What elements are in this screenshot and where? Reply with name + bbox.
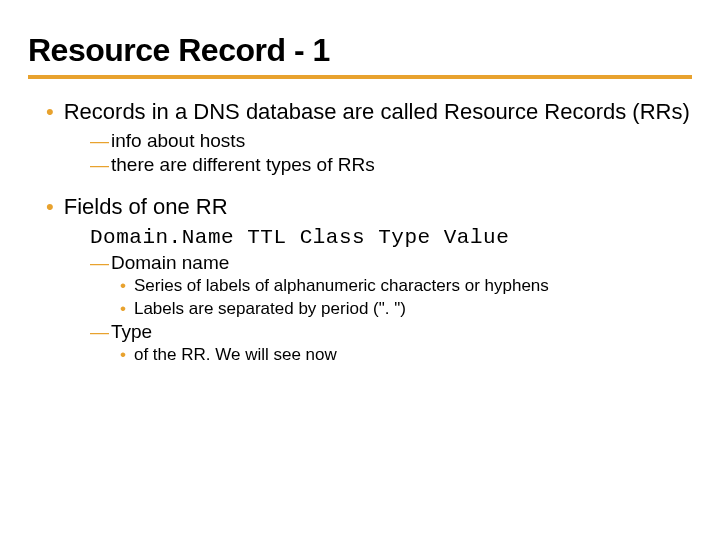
bullet-level3: • Labels are separated by period (". ") xyxy=(120,298,692,320)
bullet-text: of the RR. We will see now xyxy=(134,344,337,366)
dash-icon: — xyxy=(90,321,109,342)
dash-icon: — xyxy=(90,154,109,175)
slide-title: Resource Record - 1 xyxy=(28,32,692,79)
bullet-text: Labels are separated by period (". ") xyxy=(134,298,406,320)
bullet-text: Series of labels of alphanumeric charact… xyxy=(134,275,549,297)
bullet-text: Domain name xyxy=(111,252,229,273)
bullet-text: info about hosts xyxy=(111,130,245,151)
bullet-dot-icon: • xyxy=(46,97,54,127)
bullet-level2: —info about hosts xyxy=(90,129,692,154)
bullet-level1: • Fields of one RR xyxy=(32,192,692,222)
bullet-dot-icon: • xyxy=(120,298,126,320)
bullet-level1: • Records in a DNS database are called R… xyxy=(32,97,692,127)
bullet-dot-icon: • xyxy=(46,192,54,222)
code-line: Domain.Name TTL Class Type Value xyxy=(90,226,692,249)
bullet-dot-icon: • xyxy=(120,344,126,366)
bullet-text: Fields of one RR xyxy=(64,192,228,222)
bullet-level2: —Domain name xyxy=(90,251,692,276)
bullet-text: Type xyxy=(111,321,152,342)
bullet-level2: —there are different types of RRs xyxy=(90,153,692,178)
bullet-level3: • Series of labels of alphanumeric chara… xyxy=(120,275,692,297)
slide-content: • Records in a DNS database are called R… xyxy=(28,97,692,366)
bullet-dot-icon: • xyxy=(120,275,126,297)
dash-icon: — xyxy=(90,252,109,273)
bullet-text: there are different types of RRs xyxy=(111,154,375,175)
bullet-level2: —Type xyxy=(90,320,692,345)
dash-icon: — xyxy=(90,130,109,151)
bullet-level3: • of the RR. We will see now xyxy=(120,344,692,366)
bullet-text: Records in a DNS database are called Res… xyxy=(64,97,690,127)
